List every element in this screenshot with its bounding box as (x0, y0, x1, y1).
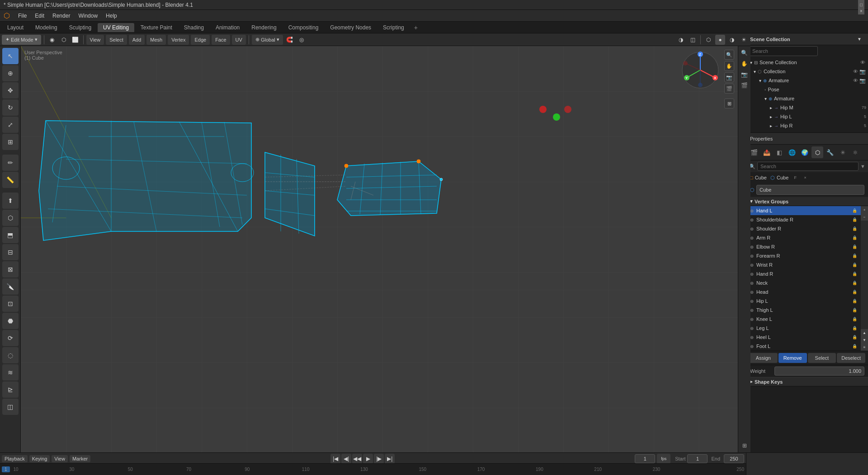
vg-item-leg-l[interactable]: ⊕ Leg L 🔒 (746, 324, 861, 333)
select-menu[interactable]: Select (106, 35, 127, 45)
weight-input[interactable] (774, 367, 864, 376)
menu-help[interactable]: Help (102, 12, 121, 20)
vg-scroll-up-btn[interactable]: ▲ (861, 329, 868, 336)
vertex-slide-btn[interactable]: ⊵ (2, 381, 19, 398)
polypen-btn[interactable]: ⬣ (2, 313, 19, 329)
prop-particles-tab[interactable]: ✳ (837, 146, 849, 158)
scene-collection-eye[interactable]: 👁 (859, 60, 866, 65)
tab-modeling[interactable]: Modeling (30, 23, 63, 32)
smooth-btn[interactable]: ◌ (2, 347, 19, 363)
prop-output-tab[interactable]: 📤 (761, 146, 773, 158)
spin-btn[interactable]: ⟳ (2, 330, 19, 346)
vertex-groups-header[interactable]: ▾ Vertex Groups (746, 197, 868, 206)
render-preview-btn[interactable]: 🎬 (724, 84, 734, 94)
edge-menu[interactable]: Edge (191, 35, 210, 45)
collection-camera[interactable]: 📷 (859, 69, 866, 75)
vg-scroll-down-btn[interactable]: ▼ (861, 336, 868, 343)
armature-obj-camera[interactable]: 📷 (859, 78, 866, 84)
view-menu-timeline[interactable]: View (52, 455, 68, 462)
vg-item-wrist-r[interactable]: ⊕ Wrist R 🔒 (746, 260, 861, 269)
face-menu[interactable]: Face (212, 35, 230, 45)
assign-button[interactable]: Assign (749, 353, 778, 363)
uv-menu[interactable]: UV (232, 35, 246, 45)
rotate-tool-btn[interactable]: ↻ (2, 99, 19, 116)
knife-btn[interactable]: 🔪 (2, 278, 19, 295)
outliner-filter-btn[interactable]: ▼ (854, 34, 864, 44)
vertex-mode-btn[interactable]: ◉ (47, 35, 57, 45)
randomize-btn[interactable]: ≋ (2, 364, 19, 381)
extrude-tool-btn[interactable]: ⬆ (2, 193, 19, 209)
menu-edit[interactable]: Edit (31, 12, 48, 20)
outliner-search-input[interactable] (749, 46, 818, 56)
next-keyframe-btn[interactable]: |▶ (374, 454, 384, 464)
prop-scene-tab[interactable]: 🌐 (786, 146, 798, 158)
inset-tool-btn[interactable]: ⬡ (2, 210, 19, 226)
tab-geometry-nodes[interactable]: Geometry Nodes (325, 23, 377, 32)
transform-orientation[interactable]: ⊕ Global ▾ (252, 35, 283, 45)
fake-user-btn[interactable]: F (791, 174, 799, 182)
vg-lock-head[interactable]: 🔒 (852, 290, 857, 294)
prop-world-tab[interactable]: 🌍 (799, 146, 811, 158)
vg-item-elbow-r[interactable]: ⊕ Elbow R 🔒 (746, 242, 861, 251)
armature-obj-eye[interactable]: 👁 (852, 78, 859, 83)
vg-item-shoulderblade-r[interactable]: ⊕ Shoulderblade R 🔒 (746, 215, 861, 224)
menu-render[interactable]: Render (49, 12, 74, 20)
vg-add-btn[interactable]: + (861, 206, 868, 213)
marker-menu[interactable]: Marker (70, 455, 90, 462)
bevel-tool-btn[interactable]: ⬒ (2, 227, 19, 243)
xray-btn[interactable]: ◫ (688, 35, 698, 45)
vg-lock-hip-l[interactable]: 🔒 (852, 299, 857, 303)
vg-item-shoulder-r[interactable]: ⊕ Shoulder R 🔒 (746, 224, 861, 233)
vg-lock-foot-l[interactable]: 🔒 (852, 344, 857, 348)
camera-view-btn[interactable]: 📷 (740, 70, 750, 80)
measure-tool-btn[interactable]: 📏 (2, 172, 19, 188)
outliner-item-bone-collection[interactable]: ▸ → Bone Collecti (746, 130, 868, 132)
tab-rendering[interactable]: Rendering (246, 23, 282, 32)
outliner-item-hip-m[interactable]: ▸ → Hip M 79 (746, 103, 868, 112)
outliner-item-hip-l[interactable]: ▸ → Hip L 5 (746, 112, 868, 121)
tab-animation[interactable]: Animation (210, 23, 245, 32)
cursor-tool-btn[interactable]: ⊕ (2, 65, 19, 81)
play-reverse-btn[interactable]: ◀◀ (352, 454, 362, 464)
snap-btn[interactable]: 🧲 (285, 35, 295, 45)
vg-item-forearm-r[interactable]: ⊕ Forearm R 🔒 (746, 251, 861, 260)
view-menu[interactable]: View (86, 35, 104, 45)
annotate-tool-btn[interactable]: ✏ (2, 155, 19, 171)
prop-view-layer-tab[interactable]: ◧ (774, 146, 785, 158)
vg-lock-thigh-l[interactable]: 🔒 (852, 308, 857, 312)
vg-item-neck[interactable]: ⊕ Neck 🔒 (746, 278, 861, 287)
maximize-button[interactable]: □ (858, 2, 864, 8)
tab-uv-editing[interactable]: UV Editing (98, 23, 134, 32)
vg-lock-hand-r[interactable]: 🔒 (852, 272, 857, 276)
transform-tool-btn[interactable]: ⊞ (2, 134, 19, 150)
outliner-item-armature-obj[interactable]: ▾ ⊕ Armature 👁 📷 (746, 76, 868, 85)
vg-item-knee-l[interactable]: ⊕ Knee L 🔒 (746, 315, 861, 324)
select-button[interactable]: Select (808, 353, 836, 363)
bisect-btn[interactable]: ⊡ (2, 296, 19, 312)
vg-item-head[interactable]: ⊕ Head 🔒 (746, 287, 861, 296)
move-tool-btn[interactable]: ✥ (2, 82, 19, 99)
outliner-item-armature-data[interactable]: ▾ ⊕ Armature (746, 94, 868, 103)
mesh-name-input[interactable] (756, 185, 864, 195)
vg-lock-elbow-r[interactable]: 🔒 (852, 245, 857, 249)
prev-keyframe-btn[interactable]: ◀| (341, 454, 351, 464)
loop-cut-btn[interactable]: ⊟ (2, 244, 19, 260)
vertex-menu[interactable]: Vertex (168, 35, 189, 45)
unlink-btn[interactable]: × (801, 174, 809, 182)
vg-item-heel-l[interactable]: ⊕ Heel L 🔒 (746, 333, 861, 342)
vg-lock-neck[interactable]: 🔒 (852, 281, 857, 285)
vg-lock-leg-l[interactable]: 🔒 (852, 326, 857, 330)
proportional-btn[interactable]: ◎ (297, 35, 307, 45)
tab-scripting[interactable]: Scripting (377, 23, 410, 32)
vg-item-hip-l[interactable]: ⊕ Hip L 🔒 (746, 296, 861, 306)
vg-lock-shoulder-r[interactable]: 🔒 (852, 226, 857, 231)
zoom-to-fit-btn[interactable]: 🔍 (724, 50, 734, 60)
vg-lock-heel-l[interactable]: 🔒 (852, 335, 857, 339)
prop-object-tab[interactable]: ⬡ (811, 146, 823, 158)
add-menu[interactable]: Add (129, 35, 145, 45)
vg-item-foot-l[interactable]: ⊕ Foot L 🔒 (746, 342, 861, 351)
current-frame-input[interactable] (635, 454, 655, 463)
menu-file[interactable]: File (14, 12, 30, 20)
scale-tool-btn[interactable]: ⤢ (2, 117, 19, 133)
vg-lock-arm-r[interactable]: 🔒 (852, 235, 857, 240)
